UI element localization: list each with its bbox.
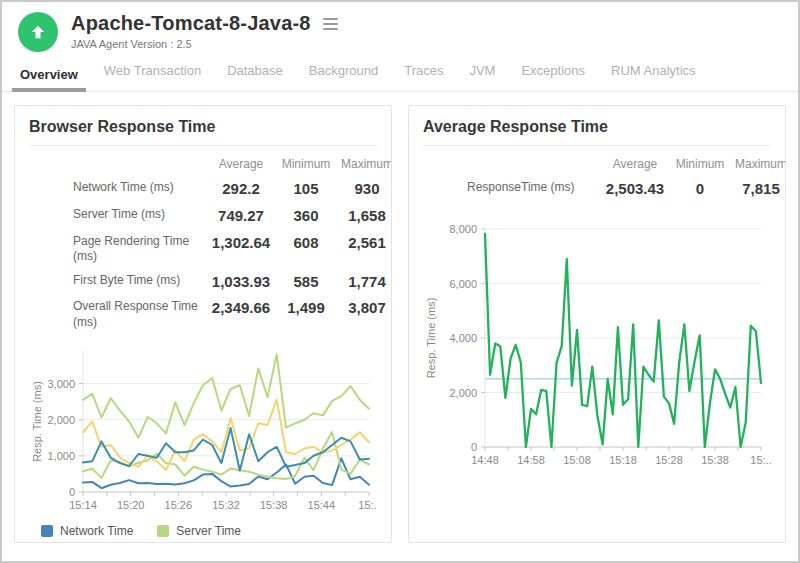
chart-legend: Network TimeServer TimePage Rendering Ti… [41,524,353,543]
tab-database[interactable]: Database [219,63,291,92]
metric-label: Server Time (ms) [29,207,205,223]
metric-value: 930 [335,180,392,199]
monitor-status-icon [18,12,58,52]
metric-label: First Byte Time (ms) [29,273,205,289]
svg-text:15:14: 15:14 [69,499,97,511]
metric-value: 1,302.64 [205,234,277,253]
column-header-average: Average [599,157,671,172]
svg-text:15:44: 15:44 [308,499,336,511]
tab-web-transaction[interactable]: Web Transaction [96,63,209,92]
svg-text:15:38: 15:38 [260,499,288,511]
svg-text:4,000: 4,000 [449,332,477,344]
panel-title: Average Response Time [423,118,771,136]
table-row: ResponseTime (ms)2,503.4307,815 [423,176,786,203]
svg-text:15:..: 15:.. [750,454,771,466]
metric-value: 749.27 [205,207,277,226]
metric-label: ResponseTime (ms) [423,180,599,196]
metric-value: 2,349.66 [205,299,277,318]
svg-text:15:20: 15:20 [117,499,145,511]
metric-value: 585 [277,273,335,292]
svg-text:Resp. Time (ms): Resp. Time (ms) [425,297,437,378]
tab-background[interactable]: Background [301,63,386,92]
metric-value: 2,561 [335,234,392,253]
tab-traces[interactable]: Traces [396,63,451,92]
column-header-maximum: Maximum [729,157,786,172]
tab-exceptions[interactable]: Exceptions [513,63,593,92]
metric-value: 1,499 [277,299,335,318]
legend-label: Network Time [60,524,133,538]
metric-value: 608 [277,234,335,253]
column-header-minimum: Minimum [671,157,729,172]
metric-value: 1,658 [335,207,392,226]
legend-item-server-time[interactable]: Server Time [157,524,241,538]
svg-text:6,000: 6,000 [449,277,477,289]
metric-value: 360 [277,207,335,226]
monitor-header: Apache-Tomcat-8-Java-8 JAVA Agent Versio… [2,2,798,58]
table-row: Page Rendering Time (ms)1,302.646082,561 [29,230,392,269]
table-header-row: AverageMinimumMaximum [423,153,786,176]
panel-average-response-time: Average Response Time AverageMinimumMaxi… [408,105,786,543]
metric-value: 292.2 [205,180,277,199]
tab-bar: OverviewWeb TransactionDatabaseBackgroun… [2,58,798,92]
legend-swatch [157,525,169,537]
svg-text:2,000: 2,000 [47,413,75,425]
column-header-maximum: Maximum [335,157,392,172]
svg-text:Resp. Time (ms): Resp. Time (ms) [31,381,43,462]
metric-value: 105 [277,180,335,199]
legend-label: Server Time [176,524,241,538]
svg-text:15:..: 15:.. [358,499,377,511]
table-row: Server Time (ms)749.273601,658 [29,203,392,230]
tab-jvm[interactable]: JVM [461,63,503,92]
dashboard-content: Browser Response Time AverageMinimumMaxi… [2,93,798,561]
tab-overview[interactable]: Overview [12,67,86,92]
panel-browser-response-time: Browser Response Time AverageMinimumMaxi… [14,105,392,543]
column-header-minimum: Minimum [277,157,335,172]
average-response-stats-table: AverageMinimumMaximumResponseTime (ms)2,… [423,153,786,203]
panel-title: Browser Response Time [29,118,377,136]
column-header-average: Average [205,157,277,172]
metric-value: 2,503.43 [599,180,671,199]
svg-text:15:32: 15:32 [212,499,240,511]
svg-text:15:08: 15:08 [563,454,591,466]
svg-text:15:28: 15:28 [655,454,683,466]
browser-response-stats-table: AverageMinimumMaximumNetwork Time (ms)29… [29,153,392,335]
metric-value: 7,815 [729,180,786,199]
svg-text:15:26: 15:26 [165,499,193,511]
svg-text:0: 0 [471,441,477,453]
svg-text:2,000: 2,000 [449,386,477,398]
svg-text:15:38: 15:38 [701,454,729,466]
table-row: Overall Response Time (ms)2,349.661,4993… [29,295,392,334]
svg-text:3,000: 3,000 [47,377,75,389]
table-row: First Byte Time (ms)1,033.935851,774 [29,269,392,296]
monitor-title: Apache-Tomcat-8-Java-8 [71,12,311,35]
tab-rum-analytics[interactable]: RUM Analytics [603,63,704,92]
legend-swatch [41,525,53,537]
svg-text:15:18: 15:18 [609,454,637,466]
metric-label: Network Time (ms) [29,180,205,196]
metric-label: Page Rendering Time (ms) [29,234,205,265]
up-arrow-icon [28,22,48,42]
agent-version-label: JAVA Agent Version : 2.5 [71,38,340,50]
table-header-row: AverageMinimumMaximum [29,153,392,176]
metric-value: 0 [671,180,729,199]
app-window: Apache-Tomcat-8-Java-8 JAVA Agent Versio… [0,0,800,563]
average-response-time-chart[interactable]: 02,0004,0006,0008,00014:4814:5815:0815:1… [423,217,771,475]
legend-item-network-time[interactable]: Network Time [41,524,133,538]
svg-text:1,000: 1,000 [47,449,75,461]
svg-text:14:58: 14:58 [517,454,545,466]
metric-label: Overall Response Time (ms) [29,299,205,330]
table-row: Network Time (ms)292.2105930 [29,176,392,203]
svg-text:0: 0 [69,486,75,498]
metric-value: 1,033.93 [205,273,277,292]
svg-text:14:48: 14:48 [471,454,499,466]
metric-value: 3,807 [335,299,392,318]
hamburger-menu-icon[interactable] [321,16,340,32]
svg-text:8,000: 8,000 [449,223,477,235]
divider [29,145,377,146]
metric-value: 1,774 [335,273,392,292]
browser-response-time-chart[interactable]: 01,0002,0003,00015:1415:2015:2615:3215:3… [29,343,377,518]
divider [423,145,771,146]
